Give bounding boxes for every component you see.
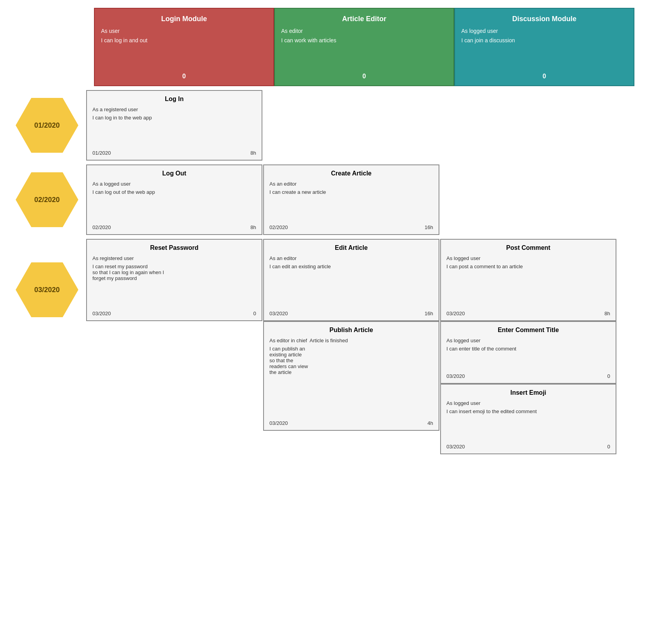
story-role-logout: As a logged user [92, 181, 256, 187]
module-title-article: Article Editor [281, 15, 447, 23]
hexagon-shape-03: 03/2020 [16, 262, 78, 317]
story-footer-publish-article: 03/2020 4h [269, 420, 433, 426]
story-title-logout: Log Out [92, 170, 256, 177]
story-effort-publish-article: 4h [428, 420, 433, 426]
story-card-post-comment: Post Comment As logged user I can post a… [440, 239, 616, 321]
sprint-row-02: 02/2020 Log Out As a logged user I can l… [8, 164, 664, 235]
sprint-02-cards: Log Out As a logged user I can log out o… [86, 164, 440, 235]
story-card-logout: Log Out As a logged user I can log out o… [86, 164, 262, 235]
story-effort-login: 8h [251, 150, 256, 156]
story-desc-login: I can log in to the web app [92, 115, 256, 121]
main-container: Login Module As user I can log in and ou… [8, 8, 664, 493]
story-card-insert-emoji: Insert Emoji As logged user I can insert… [440, 384, 616, 454]
hexagon-02: 02/2020 [8, 172, 86, 227]
module-desc-article: I can work with articles [281, 37, 447, 43]
story-desc-insert-emoji: I can insert emoji to the edited comment [446, 408, 610, 414]
story-title-create-article: Create Article [269, 170, 433, 177]
story-card-edit-article: Edit Article As an editor I can edit an … [263, 239, 439, 321]
story-title-post-comment: Post Comment [446, 244, 610, 251]
story-role-insert-emoji: As logged user [446, 400, 610, 406]
story-date-create-article: 02/2020 [269, 224, 288, 230]
module-card-discussion: Discussion Module As logged user I can j… [454, 8, 634, 86]
module-role-article: As editor [281, 28, 447, 34]
module-card-article: Article Editor As editor I can work with… [274, 8, 454, 86]
story-role-login: As a registered user [92, 107, 256, 112]
modules-row: Login Module As user I can log in and ou… [94, 8, 664, 86]
module-count-discussion: 0 [543, 73, 546, 80]
sprint-03-col-2: Edit Article As an editor I can edit an … [263, 239, 440, 493]
story-effort-post-comment: 8h [605, 311, 610, 316]
empty-col1-row2 [86, 321, 263, 407]
story-desc-logout: I can log out of the web app [92, 189, 256, 195]
story-footer-login: 01/2020 8h [92, 150, 256, 156]
story-effort-insert-emoji: 0 [607, 444, 610, 450]
hexagon-shape-02: 02/2020 [16, 172, 78, 227]
empty-col1-row3 [86, 407, 263, 493]
sprint-row-03: 03/2020 Reset Password As registered use… [8, 239, 664, 493]
story-role-reset-password: As registered user [92, 255, 256, 261]
story-role-edit-article: As an editor [269, 255, 433, 261]
story-desc-edit-article: I can edit an existing article [269, 264, 433, 269]
hexagon-01: 01/2020 [8, 98, 86, 153]
story-card-reset-password: Reset Password As registered user I can … [86, 239, 262, 321]
hexagon-shape-01: 01/2020 [16, 98, 78, 153]
story-desc-reset-password: I can reset my passwordso that I can log… [92, 264, 256, 281]
story-desc-publish-article: I can publish anexisting articleso that … [269, 346, 433, 375]
story-title-enter-comment-title: Enter Comment Title [446, 327, 610, 334]
module-role-discussion: As logged user [461, 28, 627, 34]
module-desc-discussion: I can join a discussion [461, 37, 627, 43]
story-title-edit-article: Edit Article [269, 244, 433, 251]
module-count-article: 0 [363, 73, 366, 80]
module-count-login: 0 [182, 73, 186, 80]
story-footer-create-article: 02/2020 16h [269, 224, 433, 230]
story-date-logout: 02/2020 [92, 224, 111, 230]
sprint-01-cards: Log In As a registered user I can log in… [86, 90, 263, 161]
story-effort-logout: 8h [251, 224, 256, 230]
story-date-edit-article: 03/2020 [269, 311, 288, 316]
story-footer-edit-article: 03/2020 16h [269, 311, 433, 316]
story-title-insert-emoji: Insert Emoji [446, 389, 610, 396]
story-desc-create-article: I can create a new article [269, 189, 433, 195]
module-card-login: Login Module As user I can log in and ou… [94, 8, 274, 86]
story-role-create-article: As an editor [269, 181, 433, 187]
story-card-login: Log In As a registered user I can log in… [86, 90, 262, 161]
sprint-03-col-3: Post Comment As logged user I can post a… [440, 239, 617, 493]
module-desc-login: I can log in and out [101, 37, 267, 43]
story-desc-enter-comment-title: I can enter title of the comment [446, 346, 610, 352]
story-title-reset-password: Reset Password [92, 244, 256, 251]
hexagon-label-02: 02/2020 [34, 196, 60, 204]
story-effort-edit-article: 16h [425, 311, 433, 316]
story-effort-create-article: 16h [425, 224, 433, 230]
hexagon-label-01: 01/2020 [34, 121, 60, 130]
module-title-login: Login Module [101, 15, 267, 23]
hexagon-03: 03/2020 [8, 262, 86, 317]
story-effort-reset-password: 0 [253, 311, 256, 316]
story-title-login: Log In [92, 96, 256, 103]
sprint-03-columns: Reset Password As registered user I can … [86, 239, 617, 493]
story-card-publish-article: Publish Article As editor in chief Artic… [263, 321, 439, 431]
module-role-login: As user [101, 28, 267, 34]
hexagon-label-03: 03/2020 [34, 286, 60, 294]
story-date-reset-password: 03/2020 [92, 311, 111, 316]
story-role-post-comment: As logged user [446, 255, 610, 261]
story-footer-post-comment: 03/2020 8h [446, 311, 610, 316]
story-title-publish-article: Publish Article [269, 327, 433, 334]
story-date-enter-comment-title: 03/2020 [446, 373, 465, 379]
story-desc-post-comment: I can post a comment to an article [446, 264, 610, 269]
story-date-post-comment: 03/2020 [446, 311, 465, 316]
story-card-create-article: Create Article As an editor I can create… [263, 164, 439, 235]
story-card-enter-comment-title: Enter Comment Title As logged user I can… [440, 321, 616, 384]
story-effort-enter-comment-title: 0 [607, 373, 610, 379]
sprint-row-01: 01/2020 Log In As a registered user I ca… [8, 90, 664, 161]
module-title-discussion: Discussion Module [461, 15, 627, 23]
story-footer-logout: 02/2020 8h [92, 224, 256, 230]
story-date-insert-emoji: 03/2020 [446, 444, 465, 450]
story-role-publish-article: As editor in chief Article is finished [269, 338, 433, 343]
story-date-publish-article: 03/2020 [269, 420, 288, 426]
story-footer-enter-comment-title: 03/2020 0 [446, 373, 610, 379]
story-footer-insert-emoji: 03/2020 0 [446, 444, 610, 450]
story-footer-reset-password: 03/2020 0 [92, 311, 256, 316]
sprint-03-col-1: Reset Password As registered user I can … [86, 239, 263, 493]
story-role-enter-comment-title: As logged user [446, 338, 610, 343]
story-date-login: 01/2020 [92, 150, 111, 156]
